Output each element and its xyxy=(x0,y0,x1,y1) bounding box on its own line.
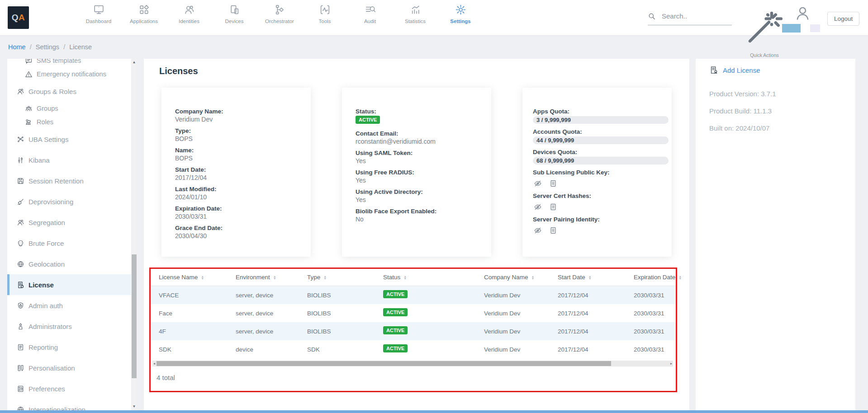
sidebar-item-label: Kibana xyxy=(28,156,50,164)
scroll-down-arrow-icon[interactable]: ▼ xyxy=(131,404,137,409)
cell-status: ACTIVE xyxy=(375,340,476,358)
sidebar-item-kibana[interactable]: Kibana xyxy=(7,153,131,167)
field-label: Company Name: xyxy=(175,108,300,115)
sidebar-item-emergency-notifications[interactable]: Emergency notifications xyxy=(7,67,131,81)
sidebar-item-license[interactable]: License xyxy=(7,274,131,295)
nav-item-dashboard[interactable]: Dashboard xyxy=(76,4,121,24)
sidebar-item-internationalization[interactable]: Internationalization xyxy=(7,403,131,410)
sort-carets-icon[interactable]: ▲▼ xyxy=(531,275,535,280)
column-header-company-name[interactable]: Company Name▲▼ xyxy=(476,269,550,286)
eye-off-icon[interactable] xyxy=(534,203,542,211)
user-avatar-icon[interactable] xyxy=(794,5,811,22)
field-label: Contact Email: xyxy=(356,130,480,137)
nav-item-identities[interactable]: Identities xyxy=(166,4,212,24)
sidebar-scrollbar-thumb[interactable] xyxy=(132,254,137,378)
nav-item-audit[interactable]: Audit xyxy=(347,4,393,24)
sidebar-item-label: Internationalization xyxy=(28,406,85,411)
sidebar-item-administrators[interactable]: Administrators xyxy=(7,319,131,333)
sidebar-item-session-retention[interactable]: Session Retention xyxy=(7,174,131,188)
cell-license-name: Face xyxy=(151,304,228,322)
breadcrumb-settings[interactable]: Settings xyxy=(36,43,59,51)
sms-icon xyxy=(25,59,33,65)
field-active-directory: Using Active Directory: Yes xyxy=(356,188,480,204)
sidebar-item-roles[interactable]: Roles xyxy=(7,115,131,129)
logout-button[interactable]: Logout xyxy=(827,12,859,26)
sidebar-item-groups[interactable]: Groups xyxy=(7,102,131,115)
sidebar-item-personalisation[interactable]: Personalisation xyxy=(7,361,131,375)
column-header-start-date[interactable]: Start Date▲▼ xyxy=(550,269,626,286)
nav-item-statistics[interactable]: Statistics xyxy=(393,4,438,24)
scroll-up-arrow-icon[interactable]: ▲ xyxy=(131,60,137,65)
cell-type: SDK xyxy=(299,340,375,358)
table-horizontal-scrollbar[interactable]: ◂ ▸ xyxy=(152,361,673,366)
cell-expiration-date: 2030/03/31 xyxy=(626,322,676,340)
field-value: BOPS xyxy=(175,135,300,143)
copy-icon[interactable] xyxy=(549,226,557,235)
table-row-4f[interactable]: 4F server, device BIOLIBS ACTIVE Veridiu… xyxy=(151,322,676,340)
status-badge: ACTIVE xyxy=(383,308,408,316)
nav-item-settings[interactable]: Settings xyxy=(438,4,483,24)
sort-carets-icon[interactable]: ▲▼ xyxy=(201,275,204,280)
cell-status: ACTIVE xyxy=(375,304,476,322)
column-header-expiration-date[interactable]: Expiration Date▲▼ xyxy=(626,269,676,286)
cell-environment: device xyxy=(228,340,299,358)
sidebar-item-reporting[interactable]: Reporting xyxy=(7,340,131,354)
horizontal-scrollbar-thumb[interactable] xyxy=(157,361,611,366)
nav-item-tools[interactable]: Tools xyxy=(302,4,347,24)
quota-bar: 68 / 9,999,999 xyxy=(533,157,669,164)
sidebar-item-label: Roles xyxy=(37,118,53,126)
sidebar-item-label: Personalisation xyxy=(28,364,75,372)
column-header-license-name[interactable]: License Name▲▼ xyxy=(151,269,228,286)
logo-letter-q: Q xyxy=(12,13,19,23)
sidebar-scrollbar[interactable]: ▲ ▼ xyxy=(131,59,137,410)
sort-carets-icon[interactable]: ▲▼ xyxy=(273,275,276,280)
app-logo[interactable]: QA xyxy=(8,6,29,29)
add-license-icon xyxy=(709,66,718,75)
nav-item-devices[interactable]: Devices xyxy=(212,4,257,24)
sort-carets-icon[interactable]: ▲▼ xyxy=(588,275,592,280)
field-value: 2017/12/04 xyxy=(175,174,300,182)
add-license-button[interactable]: Add License xyxy=(709,66,855,75)
quota-bar: 3 / 9,999,999 xyxy=(533,116,669,124)
search-input[interactable] xyxy=(662,12,721,20)
eye-off-icon[interactable] xyxy=(534,226,542,235)
sidebar-item-admin-auth[interactable]: Admin auth xyxy=(7,299,131,312)
eye-off-icon[interactable] xyxy=(534,179,542,188)
column-header-environment[interactable]: Environment▲▼ xyxy=(228,269,299,286)
field-label: Name: xyxy=(175,146,300,154)
sidebar-item-groups-roles[interactable]: Groups & Roles xyxy=(7,84,131,98)
breadcrumb-home-link[interactable]: Home xyxy=(8,43,26,51)
column-header-type[interactable]: Type▲▼ xyxy=(299,269,375,286)
sidebar-item-brute-force[interactable]: Brute Force xyxy=(7,236,131,250)
nav-label: Tools xyxy=(319,19,331,24)
sidebar-item-label: UBA Settings xyxy=(28,136,68,143)
copy-icon[interactable] xyxy=(549,179,557,188)
table-header-row: License Name▲▼ Environment▲▼ Type▲▼ Stat… xyxy=(151,269,676,286)
breadcrumb-separator: / xyxy=(30,43,32,51)
nav-item-applications[interactable]: Applications xyxy=(121,4,166,24)
field-start-date: Start Date: 2017/12/04 xyxy=(175,166,300,182)
sidebar-item-label: Groups xyxy=(37,105,58,112)
sidebar-item-deprovisioning[interactable]: Deprovisioning xyxy=(7,195,131,208)
sidebar-item-label: License xyxy=(28,281,54,289)
scroll-right-arrow-icon[interactable]: ▸ xyxy=(670,361,672,366)
breadcrumb-current-page: License xyxy=(69,43,92,51)
table-row-vface[interactable]: VFACE server, device BIOLIBS ACTIVE Veri… xyxy=(151,286,676,305)
sidebar-item-label: Geolocation xyxy=(28,260,65,268)
status-badge: ACTIVE xyxy=(383,326,408,334)
copy-icon[interactable] xyxy=(549,203,557,211)
sort-carets-icon[interactable]: ▲▼ xyxy=(403,275,407,280)
nav-item-orchestrator[interactable]: Orchestrator xyxy=(257,4,302,24)
table-row-face[interactable]: Face server, device BIOLIBS ACTIVE Verid… xyxy=(151,304,676,322)
table-row-sdk[interactable]: SDK device SDK ACTIVE Veridium Dev 2017/… xyxy=(151,340,676,358)
scroll-left-arrow-icon[interactable]: ◂ xyxy=(153,361,155,366)
sidebar-item-geolocation[interactable]: Geolocation xyxy=(7,257,131,271)
sort-carets-icon[interactable]: ▲▼ xyxy=(678,275,682,280)
sidebar-item-sms-templates[interactable]: SMS templates xyxy=(7,59,131,67)
sidebar-item-preferences[interactable]: Preferences xyxy=(7,382,131,395)
sidebar-item-uba-settings[interactable]: UBA Settings xyxy=(7,132,131,146)
server-pairing-identity: Server Pairing Identity: xyxy=(533,216,669,235)
sort-carets-icon[interactable]: ▲▼ xyxy=(323,275,327,280)
sidebar-item-segregation[interactable]: Segregation xyxy=(7,216,131,229)
column-header-status[interactable]: Status▲▼ xyxy=(375,269,476,286)
